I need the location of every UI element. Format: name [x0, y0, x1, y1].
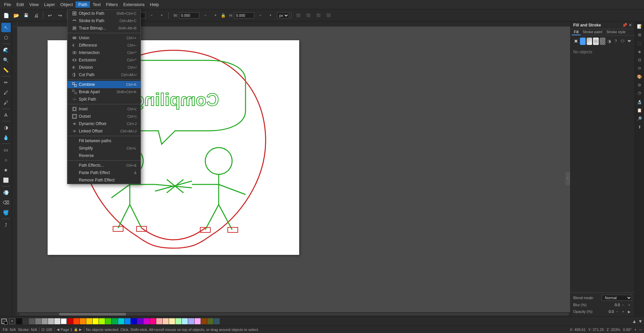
- calligraphy-tool[interactable]: 🖋: [1, 98, 11, 107]
- blur-minus[interactable]: −: [621, 302, 626, 308]
- menu-edit[interactable]: Edit: [14, 1, 26, 8]
- stroke-style-tab[interactable]: Stroke style: [604, 29, 628, 35]
- star-tool[interactable]: ★: [1, 165, 11, 175]
- palette-white[interactable]: [61, 318, 67, 324]
- menu-cut-path[interactable]: Cut Path Ctrl+Alt+/: [67, 71, 141, 78]
- text-tool[interactable]: A: [1, 110, 11, 120]
- palette-darkgray[interactable]: [22, 318, 29, 324]
- menu-split-path[interactable]: Split Path: [67, 96, 141, 103]
- gradient-tool[interactable]: ◑: [1, 123, 11, 132]
- menu-paste-path-effect[interactable]: Paste Path Effect &: [67, 169, 141, 176]
- swatch-button[interactable]: ◑: [606, 38, 612, 45]
- palette-pink[interactable]: [150, 318, 156, 324]
- palette-verylightgray[interactable]: [54, 318, 60, 324]
- panel-close-icon[interactable]: ✕: [629, 23, 632, 27]
- objects-icon[interactable]: ⬚: [636, 40, 643, 47]
- tweak-tool[interactable]: 🌊: [1, 45, 11, 55]
- menu-extensions[interactable]: Extensions: [120, 1, 147, 8]
- palette-light-green[interactable]: [175, 318, 181, 324]
- layers-icon[interactable]: ⊞: [636, 31, 643, 39]
- menu-path[interactable]: Path: [75, 1, 90, 8]
- undo-button[interactable]: ↩: [45, 11, 55, 20]
- radial-gradient-button[interactable]: [593, 38, 599, 45]
- menu-object[interactable]: Object: [58, 1, 76, 8]
- palette-darkblue[interactable]: [131, 318, 137, 324]
- blend-mode-select[interactable]: Normal: [602, 295, 632, 301]
- palette-lightgray[interactable]: [48, 318, 54, 324]
- circle-tool[interactable]: ○: [1, 155, 11, 165]
- y-minus[interactable]: −: [147, 11, 156, 20]
- blur-plus[interactable]: +: [627, 302, 632, 308]
- menu-filters[interactable]: Filters: [103, 1, 120, 8]
- palette-bright-yellow[interactable]: [93, 318, 99, 324]
- palette-black[interactable]: [16, 318, 22, 324]
- menu-outset[interactable]: Outset Ctrl+): [67, 113, 141, 120]
- next-page-button[interactable]: ▶: [79, 328, 82, 331]
- opacity-plus[interactable]: +: [621, 309, 626, 314]
- palette-gray2[interactable]: [35, 318, 41, 324]
- dropper-tool[interactable]: 💧: [1, 133, 11, 142]
- menu-file[interactable]: File: [1, 1, 14, 8]
- zoom-out-status[interactable]: −: [639, 328, 641, 332]
- no-paint-button[interactable]: ✕: [573, 38, 579, 45]
- palette-scroll-down[interactable]: ▼: [638, 319, 643, 324]
- palette-peach[interactable]: [163, 318, 169, 324]
- redo-button[interactable]: ↪: [55, 11, 65, 20]
- menu-intersection[interactable]: Intersection Ctrl+*: [67, 49, 141, 56]
- menu-exclusion[interactable]: Exclusion Ctrl+^: [67, 56, 141, 64]
- print-button[interactable]: 🖨: [32, 11, 41, 20]
- palette-orange[interactable]: [80, 318, 86, 324]
- page-lock-icon[interactable]: 🔒: [74, 328, 78, 331]
- opacity-minus[interactable]: −: [614, 309, 620, 314]
- menu-linked-offset[interactable]: Linked Offset Ctrl+Alt+J: [67, 127, 141, 135]
- menu-combine[interactable]: Combine Ctrl+K: [67, 81, 141, 88]
- export-icon[interactable]: ⬆: [636, 123, 643, 131]
- w-plus[interactable]: +: [211, 11, 220, 20]
- zoom-tool[interactable]: 🔍: [1, 55, 11, 65]
- find-replace-icon[interactable]: 🔎: [636, 115, 643, 122]
- lock-aspect[interactable]: 🔒: [221, 13, 226, 18]
- palette-brown[interactable]: [201, 318, 207, 324]
- h-minus[interactable]: −: [256, 11, 265, 20]
- menu-trace-bitmap[interactable]: Trace Bitmap... Shift+Alt+B: [67, 24, 141, 32]
- xml-editor-icon[interactable]: 📝: [636, 23, 643, 30]
- pattern-button[interactable]: [600, 38, 605, 45]
- palette-cyan[interactable]: [118, 318, 124, 324]
- align-top[interactable]: ⬛: [324, 11, 333, 20]
- open-button[interactable]: 📂: [11, 11, 21, 20]
- menu-union[interactable]: Union Ctrl++: [67, 34, 141, 42]
- palette-yellow[interactable]: [86, 318, 92, 324]
- palette-green[interactable]: [105, 318, 111, 324]
- menu-dynamic-offset[interactable]: Dynamic Offset Ctrl+J: [67, 120, 141, 127]
- palette-light-pink[interactable]: [156, 318, 162, 324]
- palette-gray1[interactable]: [29, 318, 35, 324]
- palette-cream[interactable]: [169, 318, 175, 324]
- pen-tool[interactable]: 🖊: [1, 88, 11, 97]
- paint-server-button2[interactable]: ❤: [626, 38, 632, 45]
- menu-reverse[interactable]: Reverse: [67, 152, 141, 159]
- filter-editor-icon[interactable]: 🔬: [636, 98, 643, 106]
- patterneffects-icon[interactable]: ⚙: [636, 81, 643, 89]
- menu-stroke-to-path[interactable]: Stroke to Path Ctrl+Alt+C: [67, 17, 141, 24]
- menu-fill-between-paths[interactable]: Fill between paths: [67, 137, 141, 145]
- fill-stroke-indicator[interactable]: [1, 319, 7, 324]
- palette-light-purple[interactable]: [188, 318, 194, 324]
- palette-light-magenta[interactable]: [195, 318, 201, 324]
- h-scroll-thumb[interactable]: [59, 313, 126, 316]
- symbols-icon[interactable]: ◈: [636, 48, 643, 55]
- measure-tool[interactable]: 📏: [1, 65, 11, 75]
- units-select[interactable]: px: [277, 12, 289, 18]
- align-right[interactable]: ⬛: [314, 11, 323, 20]
- stroke-paint-tab[interactable]: Stroke paint: [581, 29, 604, 35]
- h-plus[interactable]: +: [266, 11, 275, 20]
- linear-gradient-button[interactable]: [587, 38, 592, 45]
- menu-object-to-path[interactable]: Object to Path Shift+Ctrl+C: [67, 10, 141, 17]
- clipboard-icon[interactable]: 📋: [636, 107, 643, 114]
- menu-view[interactable]: View: [26, 1, 41, 8]
- opacity-expand[interactable]: ▶: [627, 309, 632, 314]
- transform-icon[interactable]: ⟳: [636, 65, 643, 72]
- panel-pin-icon[interactable]: 📌: [622, 23, 627, 27]
- coloring-icon[interactable]: 🎨: [636, 73, 643, 80]
- paintbucket-tool[interactable]: 🪣: [1, 208, 11, 217]
- palette-purple[interactable]: [137, 318, 143, 324]
